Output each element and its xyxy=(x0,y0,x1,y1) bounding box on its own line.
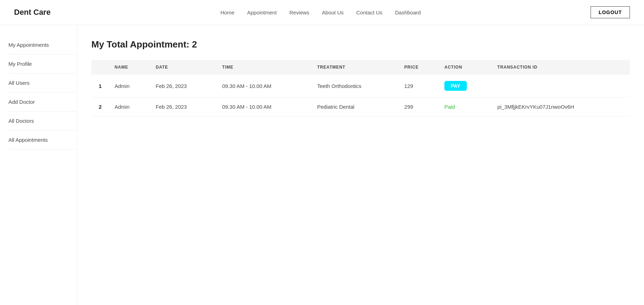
col-header-time: TIME xyxy=(217,60,311,75)
row-treatment: Teeth Orthodontics xyxy=(311,75,399,97)
table-header-row: NAMEDATETIMETREATMENTPRICEACTIONTRANSACT… xyxy=(91,60,630,75)
pay-button[interactable]: PAY xyxy=(444,81,467,91)
row-index: 2 xyxy=(91,97,109,116)
col-header-action: ACTION xyxy=(439,60,492,75)
nav-item-about-us[interactable]: About Us xyxy=(322,9,344,15)
row-treatment: Pediatric Dental xyxy=(311,97,399,116)
sidebar-item-add-doctor[interactable]: Add Doctor xyxy=(8,93,77,112)
col-header-price: PRICE xyxy=(399,60,439,75)
col-header-index xyxy=(91,60,109,75)
row-time: 09.30 AM - 10.00 AM xyxy=(217,97,311,116)
nav-item-contact-us[interactable]: Contact Us xyxy=(356,9,382,15)
col-header-date: DATE xyxy=(150,60,217,75)
table-header: NAMEDATETIMETREATMENTPRICEACTIONTRANSACT… xyxy=(91,60,630,75)
table-row: 2AdminFeb 26, 202309.30 AM - 10.00 AMPed… xyxy=(91,97,630,116)
sidebar-item-all-doctors[interactable]: All Doctors xyxy=(8,112,77,131)
main-content: My Total Appointment: 2 NAMEDATETIMETREA… xyxy=(77,25,644,305)
logout-button[interactable]: LOGOUT xyxy=(591,6,630,18)
col-header-transaction_id: TRANSACTION ID xyxy=(492,60,630,75)
sidebar: My AppointmentsMy ProfileAll UsersAdd Do… xyxy=(0,25,77,305)
table-body: 1AdminFeb 26, 202309.30 AM - 10.00 AMTee… xyxy=(91,75,630,116)
row-date: Feb 26, 2023 xyxy=(150,97,217,116)
header: Dent Care HomeAppointmentReviewsAbout Us… xyxy=(0,0,644,25)
nav-item-home[interactable]: Home xyxy=(220,9,234,15)
logo: Dent Care xyxy=(14,8,51,17)
main-nav: HomeAppointmentReviewsAbout UsContact Us… xyxy=(220,9,421,15)
row-date: Feb 26, 2023 xyxy=(150,75,217,97)
sidebar-item-my-profile[interactable]: My Profile xyxy=(8,55,77,74)
page-title: My Total Appointment: 2 xyxy=(91,39,630,50)
nav-item-reviews[interactable]: Reviews xyxy=(289,9,309,15)
sidebar-item-all-appointments[interactable]: All Appointments xyxy=(8,131,77,150)
row-action[interactable]: Paid xyxy=(439,97,492,116)
row-transaction-id: pi_3MfjjkEKrvYKu07J1nwoOv6H xyxy=(492,97,630,116)
row-transaction-id xyxy=(492,75,630,97)
row-time: 09.30 AM - 10.00 AM xyxy=(217,75,311,97)
table-row: 1AdminFeb 26, 202309.30 AM - 10.00 AMTee… xyxy=(91,75,630,97)
nav-item-dashboard[interactable]: Dashboard xyxy=(395,9,421,15)
sidebar-item-all-users[interactable]: All Users xyxy=(8,74,77,93)
layout: My AppointmentsMy ProfileAll UsersAdd Do… xyxy=(0,25,644,305)
row-name: Admin xyxy=(109,75,150,97)
row-price: 129 xyxy=(399,75,439,97)
nav-item-appointment[interactable]: Appointment xyxy=(247,9,277,15)
col-header-name: NAME xyxy=(109,60,150,75)
row-name: Admin xyxy=(109,97,150,116)
col-header-treatment: TREATMENT xyxy=(311,60,399,75)
row-action[interactable]: PAY xyxy=(439,75,492,97)
appointments-table: NAMEDATETIMETREATMENTPRICEACTIONTRANSACT… xyxy=(91,60,630,116)
row-price: 299 xyxy=(399,97,439,116)
row-index: 1 xyxy=(91,75,109,97)
sidebar-item-my-appointments[interactable]: My Appointments xyxy=(8,36,77,55)
paid-label: Paid xyxy=(444,104,455,110)
